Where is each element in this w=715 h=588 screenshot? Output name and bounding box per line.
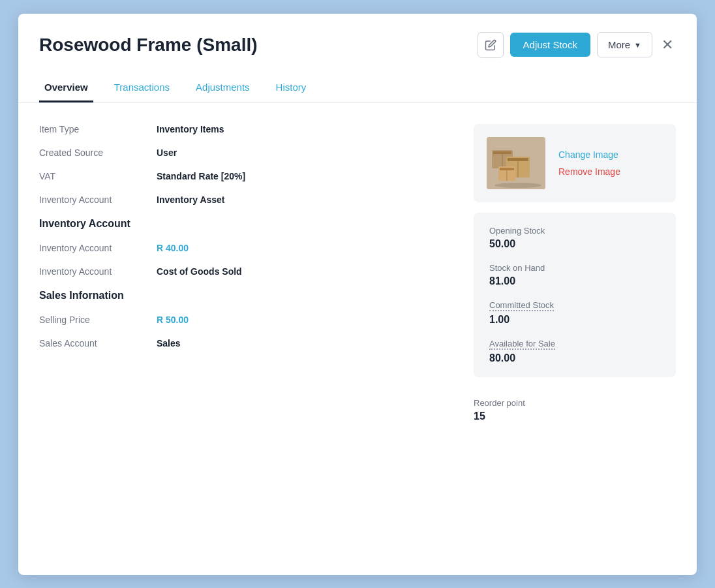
stock-on-hand-label: Stock on Hand — [489, 263, 660, 273]
available-for-sale-label: Available for Sale — [489, 339, 660, 350]
more-button[interactable]: More ▼ — [597, 32, 652, 57]
change-image-link[interactable]: Change Image — [558, 149, 620, 160]
image-card: Change Image Remove Image — [474, 124, 676, 202]
chevron-down-icon: ▼ — [634, 41, 641, 49]
product-image — [487, 137, 545, 189]
field-label-created-source: Created Source — [39, 147, 157, 158]
field-label-sales-account: Sales Account — [39, 338, 157, 348]
opening-stock-label: Opening Stock — [489, 226, 660, 236]
committed-stock-label: Committed Stock — [489, 300, 660, 311]
opening-stock-item: Opening Stock 50.00 — [489, 226, 660, 250]
field-value-vat: Standard Rate [20%] — [157, 171, 245, 181]
header-actions: Adjust Stock More ▼ ✕ — [478, 32, 676, 58]
field-label-vat: VAT — [39, 171, 157, 181]
modal-header: Rosewood Frame (Small) Adjust Stock More… — [18, 14, 697, 103]
adjust-stock-button[interactable]: Adjust Stock — [510, 33, 590, 57]
field-value-selling-price: R 50.00 — [157, 315, 189, 325]
field-selling-price: Selling Price R 50.00 — [39, 315, 448, 325]
field-inventory-account-main: Inventory Account Inventory Asset — [39, 194, 448, 205]
tab-adjustments[interactable]: Adjustments — [190, 74, 255, 102]
reorder-label: Reorder point — [474, 398, 676, 408]
field-vat: VAT Standard Rate [20%] — [39, 171, 448, 181]
stock-on-hand-value: 81.00 — [489, 275, 660, 287]
field-cogs: Inventory Account Cost of Goods Sold — [39, 266, 448, 277]
field-label-inventory-account-main: Inventory Account — [39, 194, 157, 205]
stock-card: Opening Stock 50.00 Stock on Hand 81.00 … — [474, 213, 676, 377]
available-for-sale-value: 80.00 — [489, 352, 660, 364]
tab-bar: Overview Transactions Adjustments Histor… — [39, 74, 676, 102]
remove-image-link[interactable]: Remove Image — [558, 166, 620, 177]
sales-section-heading: Sales Infornation — [39, 290, 448, 302]
opening-stock-value: 50.00 — [489, 238, 660, 250]
field-sales-account: Sales Account Sales — [39, 338, 448, 348]
tab-history[interactable]: History — [271, 74, 312, 102]
committed-stock-item: Committed Stock 1.00 — [489, 300, 660, 326]
available-for-sale-item: Available for Sale 80.00 — [489, 339, 660, 364]
modal-body: Item Type Inventory Items Created Source… — [18, 103, 697, 443]
field-value-sales-account: Sales — [157, 338, 181, 348]
field-value-created-source: User — [157, 147, 177, 158]
left-panel: Item Type Inventory Items Created Source… — [39, 124, 448, 422]
field-value-item-type: Inventory Items — [157, 124, 224, 134]
field-value-inventory-amount: R 40.00 — [157, 243, 189, 253]
field-value-cogs: Cost of Goods Sold — [157, 266, 242, 277]
reorder-value: 15 — [474, 410, 676, 422]
right-panel: Change Image Remove Image Opening Stock … — [474, 124, 676, 422]
field-created-source: Created Source User — [39, 147, 448, 158]
field-label-inventory-amount: Inventory Account — [39, 243, 157, 253]
title-row: Rosewood Frame (Small) Adjust Stock More… — [39, 32, 676, 58]
field-inventory-amount: Inventory Account R 40.00 — [39, 243, 448, 253]
tab-transactions[interactable]: Transactions — [109, 74, 175, 102]
edit-button[interactable] — [478, 32, 504, 58]
committed-stock-value: 1.00 — [489, 314, 660, 326]
reorder-section: Reorder point 15 — [474, 388, 676, 422]
stock-on-hand-item: Stock on Hand 81.00 — [489, 263, 660, 287]
field-label-cogs: Inventory Account — [39, 266, 157, 277]
image-actions: Change Image Remove Image — [558, 149, 620, 177]
page-title: Rosewood Frame (Small) — [39, 35, 258, 55]
inventory-section-heading: Inventory Account — [39, 218, 448, 230]
product-modal: Rosewood Frame (Small) Adjust Stock More… — [18, 14, 697, 575]
tab-overview[interactable]: Overview — [39, 74, 93, 102]
svg-point-10 — [494, 183, 541, 188]
field-value-inventory-account-main: Inventory Asset — [157, 194, 225, 205]
close-button[interactable]: ✕ — [659, 34, 676, 56]
field-label-selling-price: Selling Price — [39, 315, 157, 325]
field-label-item-type: Item Type — [39, 124, 157, 134]
field-item-type: Item Type Inventory Items — [39, 124, 448, 134]
